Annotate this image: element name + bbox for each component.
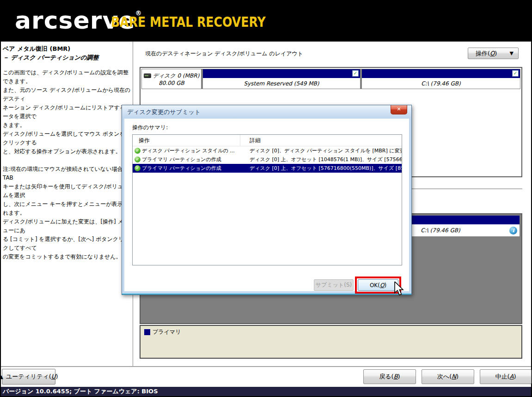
- submit-disk-changes-dialog: ディスク変更のサブミット ✕ 操作のサマリ: 操作 詳細 ✓ディスク パーティシ…: [122, 105, 412, 295]
- primary-legend-label: プライマリ: [153, 328, 181, 336]
- triangle-up-icon: ▲: [0, 374, 3, 380]
- partition-checkbox[interactable]: ✓: [352, 70, 359, 77]
- partition-label: System Reserved (549 MB): [203, 78, 360, 89]
- list-row-selected[interactable]: ✓プライマリ パーティションの作成 ディスク [0] 上、オフセット [5767…: [133, 164, 402, 173]
- sidebar-paragraph-1: この画面では、ディスク/ボリュームの設定を調整できます。 また、元のソース ディ…: [3, 68, 132, 156]
- list-row[interactable]: ✓プライマリ パーティションの作成 ディスク [0] 上、オフセット [1048…: [133, 155, 402, 164]
- status-bar: バージョン 10.0.6455; ブート ファームウェア: BIOS: [1, 387, 531, 396]
- utilities-button-label: ユーティリティ(U): [6, 373, 58, 381]
- row-operation: ディスク パーティション スタイルの ...: [142, 147, 235, 154]
- list-header: 操作 詳細: [133, 135, 402, 146]
- row-detail: ディスク [0] 上、オフセット [576716800(550MB)]、サイズ …: [240, 165, 402, 172]
- disk-info-cell[interactable]: ディスク 0 (MBR) 80.00 GB: [142, 69, 201, 89]
- partition-checkbox[interactable]: ✓: [512, 70, 519, 77]
- banner: arcserve® BARE METAL RECOVERY: [0, 0, 532, 42]
- partition-label: C:\ (79.46 GB): [362, 78, 520, 89]
- dialog-body: 操作のサマリ: 操作 詳細 ✓ディスク パーティション スタイルの ... ディ…: [124, 119, 409, 291]
- mouse-cursor: [394, 282, 405, 298]
- primary-legend-swatch: [144, 329, 150, 335]
- partition-c-drive[interactable]: ✓ C:\ (79.46 GB): [362, 69, 520, 89]
- partition-header: ✓: [203, 69, 360, 78]
- footer-bar: ▲ ユーティリティ(U) 戻る(B) 次へ(N) 中止(A): [1, 367, 531, 387]
- row-detail: ディスク [0]、ディスク パーティション スタイルを [MBR] に変更: [240, 147, 402, 154]
- column-header-operation: 操作: [133, 135, 240, 146]
- destination-layout-label: 現在のデスティネーション ディスク/ボリューム のレイアウト: [145, 50, 303, 58]
- close-icon: ✕: [397, 106, 401, 112]
- partition-header: ✓: [362, 69, 520, 78]
- operation-summary-list[interactable]: 操作 詳細 ✓ディスク パーティション スタイルの ... ディスク [0]、デ…: [132, 134, 402, 265]
- row-detail: ディスク [0] 上、オフセット [1048576(1 MB)]、サイズ [57…: [240, 156, 402, 163]
- back-button[interactable]: 戻る(B): [363, 369, 416, 384]
- row-operation: プライマリ パーティションの作成: [142, 165, 221, 172]
- operation-button-label: 操作(O): [476, 49, 497, 58]
- green-check-icon: ✓: [135, 148, 141, 154]
- dialog-titlebar[interactable]: ディスク変更のサブミット: [122, 105, 411, 119]
- column-header-detail: 詳細: [240, 137, 402, 144]
- next-button[interactable]: 次へ(N): [422, 369, 474, 384]
- dialog-title: ディスク変更のサブミット: [127, 108, 201, 116]
- legend-box: プライマリ: [140, 325, 522, 359]
- info-icon[interactable]: i: [509, 227, 517, 235]
- utilities-button[interactable]: ▲ ユーティリティ(U): [2, 369, 55, 385]
- abort-button[interactable]: 中止(A): [480, 369, 532, 384]
- green-check-icon: ✓: [135, 156, 141, 162]
- sidebar: ベア メタル復旧 (BMR) － ディスク パーティションの調整 この画面では、…: [1, 42, 132, 366]
- disk-icon: [144, 73, 151, 78]
- product-title: BARE METAL RECOVERY: [111, 14, 266, 30]
- operation-menu-button[interactable]: 操作(O) ▼: [468, 48, 519, 59]
- operation-summary-label: 操作のサマリ:: [132, 124, 168, 132]
- sidebar-paragraph-2: 注:現在の環境にマウスが接続されていない場合、TAB キーまたは矢印キーを使用し…: [3, 165, 132, 261]
- sidebar-title: ベア メタル復旧 (BMR): [3, 44, 132, 53]
- bmr-window: arcserve® BARE METAL RECOVERY ベア メタル復旧 (…: [0, 0, 532, 397]
- green-check-icon: ✓: [135, 165, 141, 171]
- close-button[interactable]: ✕: [391, 105, 407, 114]
- row-operation: プライマリ パーティションの作成: [142, 156, 221, 163]
- disk-size: 80.00 GB: [159, 80, 184, 86]
- submit-button[interactable]: サブミット(S): [314, 279, 354, 291]
- partition-system-reserved[interactable]: ✓ System Reserved (549 MB): [203, 69, 360, 89]
- disk-name: ディスク 0 (MBR): [153, 72, 200, 80]
- list-row[interactable]: ✓ディスク パーティション スタイルの ... ディスク [0]、ディスク パー…: [133, 146, 402, 155]
- chevron-down-icon: ▼: [510, 50, 514, 56]
- disk-row: ディスク 0 (MBR) 80.00 GB ✓ System Reserved …: [141, 69, 520, 89]
- sidebar-subtitle: － ディスク パーティションの調整: [3, 53, 132, 62]
